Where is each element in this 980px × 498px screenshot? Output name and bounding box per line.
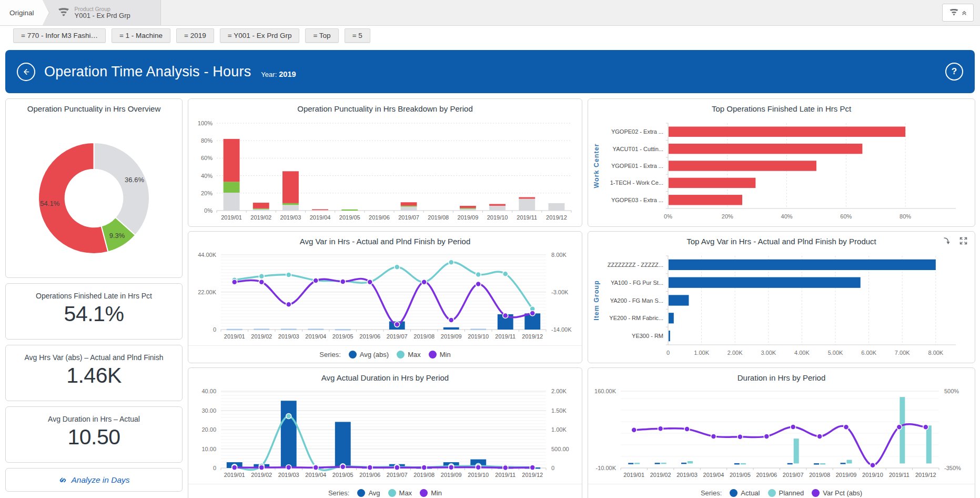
svg-text:2019/09: 2019/09 bbox=[441, 333, 462, 340]
svg-text:2019/09: 2019/09 bbox=[441, 472, 462, 478]
legend-label: Min bbox=[431, 489, 442, 497]
svg-text:YA100 - FG Pur St...: YA100 - FG Pur St... bbox=[611, 280, 663, 286]
svg-text:8.00K: 8.00K bbox=[551, 252, 567, 258]
duration-combo-chart[interactable]: -10.00K160.00K-350%500%2019/012019/02201… bbox=[588, 385, 975, 484]
svg-text:10.00: 10.00 bbox=[201, 446, 216, 452]
svg-text:Work Center: Work Center bbox=[593, 143, 600, 188]
panel-top-late: Top Operations Finished Late in Hrs Pct … bbox=[588, 98, 975, 227]
expand-icon[interactable] bbox=[959, 236, 968, 246]
infor-logo-icon bbox=[57, 7, 70, 18]
kpi-title: Avg Duration in Hrs – Actual bbox=[6, 407, 182, 423]
svg-text:1.00K: 1.00K bbox=[551, 426, 567, 433]
legend-item[interactable]: Actual bbox=[730, 489, 760, 497]
svg-text:2019/05: 2019/05 bbox=[339, 214, 360, 221]
legend-dot-icon bbox=[768, 489, 776, 497]
legend-item[interactable]: Max bbox=[388, 489, 412, 497]
chart-title: Operation Punctuality in Hrs Overview bbox=[6, 99, 182, 116]
svg-text:36.6%: 36.6% bbox=[125, 176, 144, 184]
svg-text:20.00: 20.00 bbox=[201, 426, 216, 433]
svg-text:2019/01: 2019/01 bbox=[623, 472, 644, 478]
breadcrumb-category: Product Group bbox=[75, 6, 130, 12]
widget-collapse-button[interactable] bbox=[942, 4, 974, 22]
svg-text:100%: 100% bbox=[198, 120, 213, 126]
svg-text:2019/10: 2019/10 bbox=[487, 214, 508, 221]
svg-text:2019/07: 2019/07 bbox=[398, 214, 419, 221]
svg-text:2019/11: 2019/11 bbox=[495, 333, 516, 340]
analyze-link-label: Analyze in Days bbox=[71, 475, 129, 485]
svg-text:2019/04: 2019/04 bbox=[305, 333, 326, 340]
filter-chip[interactable]: = Y001 - Ex Prd Grp bbox=[220, 28, 300, 43]
legend-item[interactable]: Max bbox=[397, 351, 421, 358]
legend-item[interactable]: Planned bbox=[768, 489, 804, 497]
back-button[interactable] bbox=[17, 63, 35, 81]
filter-chip[interactable]: = 2019 bbox=[176, 28, 214, 43]
legend-label: Max bbox=[408, 351, 421, 358]
panel-punctuality-overview: Operation Punctuality in Hrs Overview 36… bbox=[5, 98, 183, 278]
avg-var-combo-chart[interactable]: 022.00K44.00K-14.00K-3.00K8.00K2019/0120… bbox=[188, 248, 582, 345]
analyze-in-days-link[interactable]: Analyze in Days bbox=[58, 475, 129, 485]
breadcrumb-original-tab[interactable]: Original bbox=[0, 0, 43, 25]
top-late-hbar-chart[interactable]: 0%20%40%60%80%YGOPE02 - Extra ...YACUT01… bbox=[588, 116, 975, 226]
filter-chip[interactable]: = 5 bbox=[345, 28, 370, 43]
svg-text:2019/05: 2019/05 bbox=[332, 472, 353, 478]
legend-item[interactable]: Avg bbox=[357, 489, 380, 497]
svg-text:2019/06: 2019/06 bbox=[359, 472, 380, 478]
svg-text:40%: 40% bbox=[201, 173, 213, 179]
breadcrumb-active-tab[interactable]: Product Group Y001 - Ex Prd Grp bbox=[43, 0, 161, 25]
svg-text:YACUT01 - Cuttin...: YACUT01 - Cuttin... bbox=[613, 146, 663, 152]
drill-down-icon[interactable] bbox=[942, 236, 952, 246]
svg-text:8.00K: 8.00K bbox=[928, 350, 943, 356]
legend-item[interactable]: Min bbox=[420, 489, 442, 497]
legend-label: Min bbox=[440, 351, 451, 358]
svg-text:2019/03: 2019/03 bbox=[278, 472, 299, 478]
svg-text:40.00: 40.00 bbox=[201, 388, 216, 394]
panel-toolbar bbox=[942, 236, 968, 246]
svg-text:2019/06: 2019/06 bbox=[359, 333, 380, 340]
chevron-up-icon bbox=[961, 9, 967, 16]
top-avg-var-hbar-chart[interactable]: 01.00K2.00K3.00K4.00K5.00K6.00K7.00K8.00… bbox=[588, 248, 975, 363]
svg-text:2019/07: 2019/07 bbox=[387, 472, 408, 478]
legend-prefix: Series: bbox=[319, 351, 340, 358]
avg-duration-combo-chart[interactable]: 010.0020.0030.0040.000500.001.00K1.50K2.… bbox=[188, 385, 582, 484]
svg-text:2019/10: 2019/10 bbox=[468, 472, 489, 478]
legend-prefix: Series: bbox=[328, 489, 349, 497]
year-label: Year: bbox=[261, 71, 277, 78]
svg-text:0%: 0% bbox=[664, 213, 672, 220]
svg-text:2019/08: 2019/08 bbox=[428, 214, 449, 221]
chart-title: Operation Punctuality in Hrs Breakdown b… bbox=[188, 99, 582, 116]
punctuality-donut-chart[interactable]: 36.6%9.3%54.1% bbox=[6, 116, 182, 276]
svg-text:160.00K: 160.00K bbox=[594, 388, 617, 394]
breakdown-stacked-bar-chart[interactable]: 0%20%40%60%80%100%2019/012019/022019/032… bbox=[188, 116, 582, 226]
legend-item[interactable]: Var Pct (abs) bbox=[812, 489, 862, 497]
dashboard-grid: Operation Punctuality in Hrs Overview 36… bbox=[0, 98, 980, 498]
help-button[interactable]: ? bbox=[945, 63, 963, 81]
svg-text:60%: 60% bbox=[201, 155, 213, 161]
svg-text:2019/12: 2019/12 bbox=[522, 333, 543, 340]
svg-text:4.00K: 4.00K bbox=[794, 350, 810, 356]
svg-text:YGOPE03 - Extra ...: YGOPE03 - Extra ... bbox=[611, 197, 663, 203]
svg-text:20%: 20% bbox=[201, 190, 213, 196]
svg-text:YA200 - FG Man S...: YA200 - FG Man S... bbox=[610, 297, 663, 304]
legend-item[interactable]: Min bbox=[429, 351, 451, 358]
kpi-avg-hrs-var: Avg Hrs Var (abs) – Actual and Plnd Fini… bbox=[5, 345, 183, 401]
kpi-late-pct: Operations Finished Late in Hrs Pct 54.1… bbox=[5, 283, 183, 340]
svg-text:2019/12: 2019/12 bbox=[546, 214, 567, 221]
svg-text:2019/11: 2019/11 bbox=[517, 214, 537, 221]
svg-text:0: 0 bbox=[666, 350, 670, 356]
panel-avg-var: Avg Var in Hrs - Actual and Plnd Finish … bbox=[188, 231, 582, 363]
svg-text:2019/08: 2019/08 bbox=[413, 472, 435, 478]
svg-text:2019/02: 2019/02 bbox=[250, 214, 271, 221]
svg-text:2019/04: 2019/04 bbox=[310, 214, 331, 221]
panel-duration: Duration in Hrs by Period -10.00K160.00K… bbox=[588, 367, 975, 498]
filter-chip[interactable]: = 770 - Infor M3 Fashi… bbox=[13, 28, 106, 43]
legend-prefix: Series: bbox=[701, 489, 722, 497]
chart-title: Avg Var in Hrs - Actual and Plnd Finish … bbox=[188, 232, 582, 248]
filter-chip[interactable]: = 1 - Machine bbox=[112, 28, 170, 43]
svg-text:0: 0 bbox=[551, 465, 554, 471]
svg-text:0%: 0% bbox=[204, 207, 213, 214]
svg-text:2019/07: 2019/07 bbox=[387, 333, 408, 340]
legend-item[interactable]: Avg (abs) bbox=[349, 351, 389, 358]
filter-chip[interactable]: = Top bbox=[305, 28, 338, 43]
svg-text:500.00: 500.00 bbox=[551, 446, 569, 452]
svg-text:-3.00K: -3.00K bbox=[551, 289, 569, 295]
